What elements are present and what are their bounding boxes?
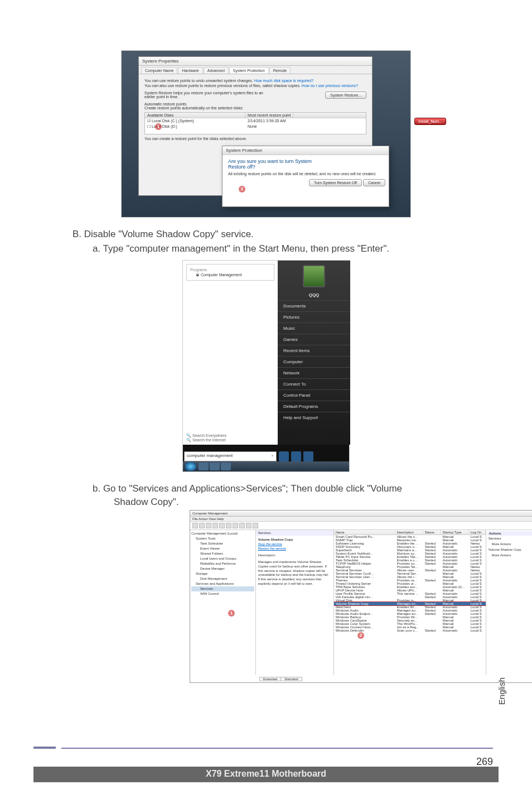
cancel-button[interactable]: Cancel — [363, 179, 385, 186]
service-name: Volume Shadow Copy — [258, 538, 331, 541]
actions-vsc[interactable]: Volume Shadow Copy — [487, 547, 532, 552]
callout-2: 2 — [239, 186, 245, 192]
tree-root[interactable]: Computer Management (Local) — [191, 531, 254, 536]
footer-text: X79 Extreme11 Motherboard — [33, 767, 499, 781]
actions-services[interactable]: Services — [487, 536, 532, 541]
stop-service-link[interactable]: Stop the service — [258, 542, 331, 546]
program-computer-management[interactable]: 🖥 Computer Management — [190, 272, 270, 277]
col-most-recent: Most recent restore point — [245, 113, 293, 118]
col-startup[interactable]: Startup Type — [441, 530, 469, 535]
disk-row-c[interactable]: ☑ Local Disk (C:) (System) 2/14/2011 3:5… — [145, 118, 366, 124]
start-menu-item[interactable]: Connect To — [278, 378, 350, 389]
taskbar — [183, 461, 349, 471]
window-title: System Properties — [139, 57, 372, 66]
user-name[interactable]: QQQ — [278, 290, 350, 300]
tab-bar: Computer Name Hardware Advanced System P… — [139, 66, 372, 74]
start-menu-item[interactable]: Control Panel — [278, 389, 350, 401]
turn-off-button[interactable]: Turn System Restore Off — [309, 179, 362, 186]
tree-item[interactable]: Storage — [191, 571, 254, 576]
tree-item[interactable]: Task Scheduler — [191, 541, 254, 546]
search-internet[interactable]: 🔍 Search the Internet — [186, 438, 274, 442]
start-menu-item[interactable]: Music — [278, 323, 350, 334]
start-menu-item[interactable]: Documents — [278, 300, 350, 311]
system-restore-button[interactable]: System Restore... — [325, 92, 366, 99]
col-desc[interactable]: Description — [395, 530, 423, 535]
tree-item[interactable]: System Tools — [191, 536, 254, 541]
col-status[interactable]: Status — [423, 530, 441, 535]
service-detail-panel: Services Volume Shadow Copy Stop the ser… — [256, 530, 334, 675]
service-description: Manages and implements Volume Shadow Cop… — [258, 560, 331, 586]
start-menu-item[interactable]: Games — [278, 334, 350, 345]
power-buttons[interactable] — [279, 451, 313, 461]
cm-title: Computer Management — [190, 511, 532, 517]
tree-item[interactable]: Event Viewer — [191, 546, 254, 551]
col-available-disks: Available Disks — [145, 113, 245, 118]
col-name[interactable]: Name — [334, 530, 395, 535]
taskbar-icon[interactable] — [221, 463, 231, 470]
computer-management-figure: Computer Management File Action View Hel… — [190, 510, 532, 683]
install-flash-button[interactable]: Install_flash... — [414, 118, 446, 125]
search-everywhere[interactable]: 🔍 Search Everywhere — [186, 434, 274, 438]
start-menu-item[interactable]: Pictures — [278, 311, 350, 323]
start-orb-icon[interactable] — [185, 462, 196, 471]
disk-list: Available Disks Most recent restore poin… — [144, 112, 366, 134]
actions-panel: Actions Services More Actions Volume Sha… — [486, 530, 532, 675]
callout-1: 1 — [155, 123, 162, 130]
actions-more-2[interactable]: More Actions — [487, 552, 532, 558]
restore-help-text: System Restore helps you restore your co… — [144, 91, 273, 99]
confirm-question-line2: Restore off? — [228, 164, 383, 170]
confirm-question-line1: Are you sure you want to turn System — [228, 158, 383, 164]
confirm-body-text: All existing restore points on the disk … — [228, 172, 383, 176]
language-tab: English — [494, 670, 510, 713]
desc-label: Description: — [258, 553, 331, 557]
taskbar-icon[interactable] — [199, 463, 209, 470]
clear-search-icon[interactable]: × — [271, 453, 274, 458]
info-text-2: You can also use restore points to resto… — [144, 84, 366, 88]
tree-item[interactable]: Shared Folders — [191, 551, 254, 556]
actions-header: Actions — [487, 531, 532, 536]
auto-restore-heading: Automatic restore points — [144, 102, 366, 106]
step-b-b-line1: b. Go to "Services and Applications>Serv… — [93, 483, 471, 494]
link-disk-space[interactable]: How much disk space is required? — [254, 79, 314, 83]
cm-menubar[interactable]: File Action View Help — [190, 517, 532, 522]
service-row[interactable]: Windows DefenderScan your c...StartedAut… — [334, 629, 486, 632]
info-text-1: You can use restore points to undo unwan… — [144, 79, 366, 83]
tab-standard[interactable]: Standard — [280, 677, 302, 681]
start-menu-item[interactable]: Network — [278, 367, 350, 378]
tree-item-services[interactable]: Services — [191, 586, 254, 591]
actions-more-1[interactable]: More Actions — [487, 541, 532, 547]
start-menu-left: Programs 🖥 Computer Management 🔍 Search … — [183, 261, 278, 445]
restart-service-link[interactable]: Restart the service — [258, 547, 331, 550]
cm-toolbar[interactable] — [190, 522, 532, 530]
tree-item[interactable]: Reliability and Performa — [191, 561, 254, 566]
disk-row-d[interactable]: ☐ Local Disk (D:) None — [145, 124, 366, 129]
user-avatar[interactable] — [303, 265, 325, 287]
start-menu-item[interactable]: Default Programs — [278, 401, 350, 412]
create-restore-text: You can create a restore point for the d… — [144, 137, 366, 141]
tree-item[interactable]: WMI Control — [191, 591, 254, 596]
col-logon[interactable]: Log On — [469, 530, 486, 535]
tab-advanced[interactable]: Advanced — [204, 67, 229, 74]
tab-system-protection[interactable]: System Protection — [229, 67, 269, 74]
view-tabs[interactable]: Extended Standard — [259, 677, 302, 681]
tab-hardware[interactable]: Hardware — [178, 67, 202, 74]
tree-item[interactable]: Disk Management — [191, 576, 254, 581]
search-input[interactable]: computer management× — [184, 451, 277, 461]
tab-extended[interactable]: Extended — [259, 677, 281, 681]
tree-item[interactable]: Services and Applications — [191, 581, 254, 586]
footer-rule — [61, 748, 493, 749]
tree-item[interactable]: Local Users and Groups — [191, 556, 254, 561]
tab-remote[interactable]: Remote — [269, 67, 291, 74]
tree-item[interactable]: Device Manager — [191, 566, 254, 571]
footer-rule-accent — [33, 747, 56, 749]
start-menu-item[interactable]: Recent Items — [278, 345, 350, 356]
confirm-dialog: System Protection Are you sure you want … — [222, 146, 389, 207]
start-menu-item[interactable]: Help and Support — [278, 412, 350, 423]
start-menu-item[interactable]: Computer — [278, 356, 350, 367]
tab-computer-name[interactable]: Computer Name — [141, 67, 177, 74]
link-previous-versions[interactable]: How do I use previous versions? — [302, 84, 358, 88]
cm-tree[interactable]: Computer Management (Local) System Tools… — [190, 530, 256, 675]
start-menu-right: QQQ DocumentsPicturesMusicGamesRecent It… — [278, 261, 350, 445]
services-list[interactable]: Name Description Status Startup Type Log… — [334, 530, 486, 675]
taskbar-icon[interactable] — [210, 463, 220, 470]
